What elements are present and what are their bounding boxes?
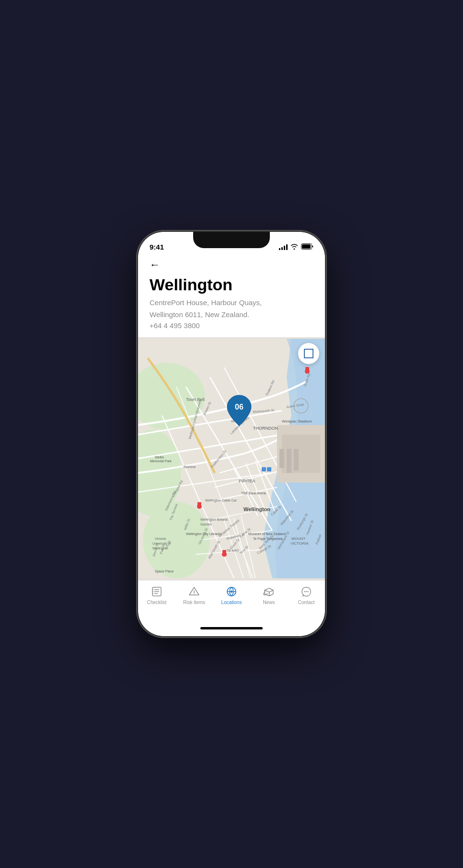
tab-contact-label: Contact (298, 600, 314, 605)
svg-point-113 (307, 591, 308, 592)
tab-risk-items-label: Risk items (183, 600, 205, 605)
svg-text:TE ARO: TE ARO (227, 549, 239, 553)
status-time: 9:41 (150, 243, 164, 251)
locations-icon (225, 585, 238, 598)
notch (193, 232, 270, 248)
svg-text:Memorial Park: Memorial Park (150, 460, 172, 463)
tab-risk-items[interactable]: Risk items (175, 585, 213, 605)
svg-rect-30 (279, 449, 284, 468)
back-arrow-icon: ← (150, 259, 160, 271)
location-header: ← Wellington CentrePort House, Harbour Q… (138, 255, 325, 337)
svg-rect-88 (222, 550, 226, 553)
svg-point-109 (231, 591, 232, 593)
svg-rect-84 (305, 367, 309, 370)
back-button[interactable]: ← (150, 259, 313, 271)
svg-text:Stellin: Stellin (155, 456, 164, 459)
svg-text:TSB Bank Arena: TSB Bank Arena (241, 492, 266, 495)
signal-bars-icon (279, 244, 288, 250)
risk-items-icon (188, 585, 200, 598)
svg-text:Victoria: Victoria (155, 537, 166, 541)
tab-checklist-label: Checklist (147, 600, 167, 605)
phone-screen: 9:41 (138, 232, 325, 636)
wifi-icon (290, 244, 298, 251)
svg-point-106 (194, 594, 195, 595)
svg-text:Space Place: Space Place (155, 570, 174, 574)
svg-text:VICTORIA: VICTORIA (290, 542, 309, 546)
location-address-line1: CentrePort House, Harbour Quays, (150, 297, 313, 308)
tab-news[interactable]: News (250, 585, 288, 605)
svg-rect-90 (267, 468, 271, 472)
svg-text:Beehive: Beehive (184, 466, 196, 469)
svg-text:Garden: Garden (200, 523, 211, 526)
location-address-line2: Wellington 6011, New Zealand. (150, 309, 313, 320)
tab-news-label: News (263, 600, 275, 605)
svg-text:Town Belt: Town Belt (186, 398, 205, 402)
svg-text:Wellington City Libraries: Wellington City Libraries (186, 533, 222, 537)
tab-checklist[interactable]: Checklist (138, 585, 175, 605)
battery-icon (301, 243, 313, 251)
news-icon (263, 585, 275, 598)
map-location-pin[interactable]: 06 (225, 393, 253, 430)
svg-text:Wellington Botanic: Wellington Botanic (200, 518, 228, 522)
home-bar (200, 627, 263, 629)
svg-rect-95 (304, 349, 313, 358)
svg-rect-1 (302, 244, 311, 249)
phone-frame: 9:41 (138, 232, 325, 636)
svg-point-112 (306, 591, 307, 592)
location-title: Wellington (150, 276, 313, 294)
tab-contact[interactable]: Contact (288, 585, 325, 605)
svg-point-111 (304, 591, 305, 592)
tab-locations-label: Locations (221, 600, 242, 605)
contact-icon (300, 585, 313, 598)
tab-locations[interactable]: Locations (213, 585, 250, 605)
checklist-icon (150, 585, 163, 598)
svg-text:Wellington Cable Car: Wellington Cable Car (205, 499, 237, 503)
svg-rect-89 (262, 468, 266, 472)
svg-text:MOUNT: MOUNT (291, 537, 305, 541)
svg-rect-32 (294, 449, 299, 471)
main-content: ← Wellington CentrePort House, Harbour Q… (138, 255, 325, 636)
svg-text:Wellington: Wellington (243, 507, 270, 513)
svg-rect-86 (197, 503, 201, 505)
home-indicator (138, 620, 325, 636)
svg-text:06: 06 (235, 403, 243, 411)
map-container[interactable]: Town Belt THORNDON Westpac Stadium PIPIT… (138, 337, 325, 580)
location-phone: +64 4 495 3800 (150, 321, 313, 330)
svg-text:PIPITEA: PIPITEA (239, 479, 255, 484)
svg-text:THORNDON: THORNDON (253, 426, 278, 431)
svg-text:Westpac Stadium: Westpac Stadium (282, 420, 312, 424)
tab-bar: Checklist Risk items (138, 580, 325, 620)
status-icons (279, 243, 313, 251)
svg-rect-31 (287, 449, 291, 473)
svg-text:Museum of New Zealand: Museum of New Zealand (248, 533, 286, 536)
